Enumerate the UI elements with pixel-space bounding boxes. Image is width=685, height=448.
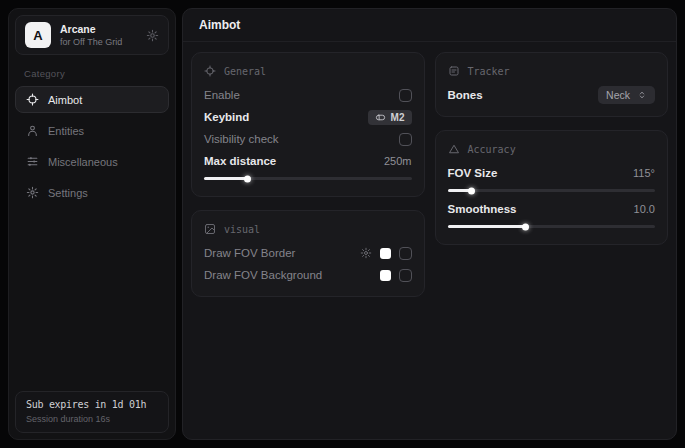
enable-checkbox[interactable] (399, 89, 412, 102)
accuracy-card-header: Accuracy (448, 140, 656, 162)
category-label: Category (24, 68, 160, 79)
crosshair-icon (204, 65, 216, 77)
sidebar: A Arcane for Off The Grid Category Aimbo… (8, 8, 176, 440)
bones-select-button[interactable]: Neck (598, 86, 655, 104)
general-card-title: General (224, 66, 266, 77)
smoothness-slider[interactable] (448, 225, 656, 228)
smoothness-label: Smoothness (448, 203, 517, 215)
updown-chevron-icon (637, 90, 647, 100)
content-area: General Enable Keybind (183, 42, 676, 307)
app-subtitle: for Off The Grid (60, 37, 122, 47)
max-distance-label: Max distance (204, 155, 276, 167)
fov-size-slider-fill (448, 189, 473, 192)
visibility-check-label: Visibility check (204, 133, 279, 145)
smoothness-value: 10.0 (634, 203, 655, 215)
subscription-status-box: Sub expires in 1d 01h Session duration 1… (15, 391, 169, 433)
fov-size-slider-thumb[interactable] (468, 187, 475, 194)
keybind-row: Keybind M2 (204, 106, 412, 128)
fov-border-checkbox[interactable] (399, 247, 412, 260)
main-panel: Aimbot General Enable (182, 8, 677, 440)
sub-expires-text: Sub expires in 1d 01h (26, 399, 158, 410)
accuracy-card-title: Accuracy (468, 144, 516, 155)
general-card-header: General (204, 62, 412, 84)
fov-background-color-swatch[interactable] (380, 270, 391, 281)
scan-icon (448, 65, 460, 77)
triangle-icon (448, 143, 460, 155)
fov-border-color-swatch[interactable] (380, 248, 391, 259)
bones-row: Bones Neck (448, 84, 656, 106)
max-distance-slider-thumb[interactable] (244, 175, 251, 182)
bones-selected-value: Neck (606, 89, 630, 101)
keybind-button[interactable]: M2 (368, 110, 412, 125)
tracker-card-title: Tracker (468, 66, 510, 77)
bones-label: Bones (448, 89, 483, 101)
smoothness-slider-thumb[interactable] (522, 223, 529, 230)
settings-gear-icon[interactable] (146, 29, 159, 42)
tracker-card-header: Tracker (448, 62, 656, 84)
sidebar-item-label: Settings (48, 187, 88, 199)
session-duration-text: Session duration 16s (26, 414, 158, 424)
max-distance-value: 250m (384, 155, 412, 167)
app-title: Arcane (60, 23, 122, 35)
app-header: A Arcane for Off The Grid (15, 15, 169, 55)
sidebar-item-settings[interactable]: Settings (15, 179, 169, 206)
right-column: Tracker Bones Neck (435, 52, 669, 245)
visibility-check-checkbox[interactable] (399, 133, 412, 146)
accuracy-card: Accuracy FOV Size 115° Smoothness 10.0 (435, 130, 669, 245)
app-logo-letter: A (33, 28, 42, 43)
visual-card-header: visual (204, 220, 412, 242)
mouse-icon (375, 112, 386, 123)
draw-fov-border-row: Draw FOV Border (204, 242, 412, 264)
enable-label: Enable (204, 89, 240, 101)
left-column: General Enable Keybind (191, 52, 425, 297)
visual-card: visual Draw FOV Border (191, 210, 425, 297)
fov-size-slider[interactable] (448, 189, 656, 192)
tracker-card: Tracker Bones Neck (435, 52, 669, 117)
max-distance-slider[interactable] (204, 177, 412, 180)
draw-fov-background-row: Draw FOV Background (204, 264, 412, 286)
page-title: Aimbot (199, 18, 240, 32)
gear-icon (26, 186, 39, 199)
fov-border-settings-gear-icon[interactable] (360, 247, 372, 259)
sidebar-item-miscellaneous[interactable]: Miscellaneous (15, 148, 169, 175)
sidebar-item-label: Entities (48, 125, 84, 137)
draw-fov-border-label: Draw FOV Border (204, 247, 295, 259)
crosshair-icon (26, 93, 39, 106)
max-distance-slider-fill (204, 177, 248, 180)
sidebar-item-label: Miscellaneous (48, 156, 118, 168)
fov-size-value: 115° (633, 167, 655, 179)
keybind-value: M2 (391, 112, 405, 123)
sidebar-item-entities[interactable]: Entities (15, 117, 169, 144)
sidebar-item-label: Aimbot (48, 94, 82, 106)
fov-size-label: FOV Size (448, 167, 498, 179)
smoothness-slider-fill (448, 225, 527, 228)
person-icon (26, 124, 39, 137)
app-logo: A (25, 22, 51, 48)
max-distance-row: Max distance 250m (204, 150, 412, 172)
visibility-check-row: Visibility check (204, 128, 412, 150)
sidebar-item-aimbot[interactable]: Aimbot (15, 86, 169, 113)
enable-row: Enable (204, 84, 412, 106)
fov-background-checkbox[interactable] (399, 269, 412, 282)
draw-fov-background-label: Draw FOV Background (204, 269, 322, 281)
fov-size-row: FOV Size 115° (448, 162, 656, 184)
general-card: General Enable Keybind (191, 52, 425, 197)
visual-card-title: visual (224, 224, 260, 235)
smoothness-row: Smoothness 10.0 (448, 198, 656, 220)
page-header: Aimbot (183, 9, 676, 42)
keybind-label: Keybind (204, 111, 249, 123)
sliders-icon (26, 155, 39, 168)
sidebar-nav: Aimbot Entities Miscellaneous (9, 86, 175, 206)
image-icon (204, 223, 216, 235)
